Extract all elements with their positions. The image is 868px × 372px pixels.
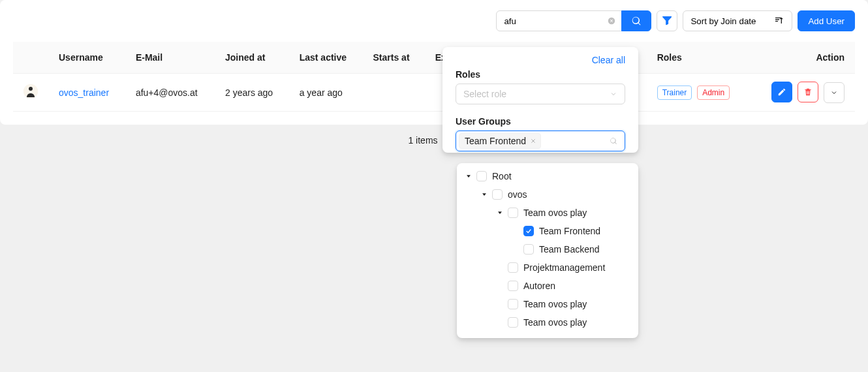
tree-label: ovos <box>508 189 527 200</box>
roles-placeholder: Select role <box>463 89 506 99</box>
switcher-icon[interactable] <box>492 209 508 216</box>
checkbox[interactable] <box>508 299 518 309</box>
filter-icon <box>662 16 672 25</box>
tree-label: Team Frontend <box>539 226 600 236</box>
edit-button[interactable] <box>771 82 792 102</box>
switcher-icon[interactable] <box>476 191 492 198</box>
search-input[interactable] <box>496 10 623 31</box>
tree-label: Team ovos play <box>523 208 587 218</box>
checkbox[interactable] <box>508 262 518 273</box>
avatar <box>23 84 38 99</box>
checkbox[interactable] <box>508 208 518 218</box>
tree-label: Autoren <box>523 281 555 291</box>
selected-group-label: Team Frontend <box>465 136 526 146</box>
roles-label: Roles <box>456 69 625 80</box>
items-count: 1 items <box>408 135 437 146</box>
tree-node-team-ovos-play-2[interactable]: Team ovos play <box>461 295 634 313</box>
checkbox[interactable] <box>476 171 487 181</box>
add-user-button[interactable]: Add User <box>798 10 855 31</box>
col-action: Action <box>751 42 855 74</box>
search-icon <box>631 16 642 26</box>
tree-node-team-frontend[interactable]: Team Frontend <box>461 222 634 240</box>
role-tag-admin: Admin <box>697 85 730 100</box>
remove-tag-icon[interactable] <box>529 136 538 146</box>
clear-input-icon[interactable] <box>607 16 616 25</box>
svg-marker-6 <box>498 211 502 214</box>
cell-starts <box>363 74 425 112</box>
search-icon <box>610 137 617 145</box>
checkbox[interactable] <box>523 244 534 255</box>
users-table: Username E-Mail Joined at Last active St… <box>13 42 855 112</box>
tree-node-team-backend[interactable]: Team Backend <box>461 240 634 258</box>
col-joined: Joined at <box>215 42 289 74</box>
sort-icon <box>774 16 784 26</box>
username-link[interactable]: ovos_trainer <box>59 87 109 98</box>
toolbar: Sort by Join date Add User <box>13 10 855 31</box>
tree-label: Projektmanagement <box>523 262 605 273</box>
add-user-label: Add User <box>808 16 845 26</box>
chevron-down-icon <box>610 90 617 98</box>
user-groups-select[interactable]: Team Frontend <box>456 131 625 151</box>
filter-popover: Clear all Roles Select role User Groups … <box>442 47 638 153</box>
clear-all-link[interactable]: Clear all <box>592 55 625 65</box>
tree-node-root[interactable]: Root <box>461 167 634 185</box>
col-email: E-Mail <box>125 42 215 74</box>
search-group <box>496 10 651 31</box>
more-button[interactable] <box>824 82 845 103</box>
search-button[interactable] <box>621 10 651 31</box>
tree-label: Team ovos play <box>523 317 587 328</box>
tree-node-team-ovos-play-3[interactable]: Team ovos play <box>461 313 634 332</box>
svg-marker-5 <box>482 193 486 196</box>
tree-dropdown: Root ovos Team ovos play Team Frontend T… <box>457 163 638 338</box>
user-groups-label: User Groups <box>456 116 625 127</box>
col-starts: Starts at <box>363 42 425 74</box>
pagination: 1 items <box>0 125 868 156</box>
checkbox[interactable] <box>492 189 503 200</box>
selected-group-tag: Team Frontend <box>459 133 541 149</box>
cell-joined: 2 years ago <box>215 74 289 112</box>
svg-marker-4 <box>467 175 471 178</box>
col-last-active: Last active <box>289 42 363 74</box>
col-username: Username <box>48 42 125 74</box>
table-row: ovos_trainer afu+4@ovos.at 2 years ago a… <box>13 74 855 112</box>
cell-last-active: a year ago <box>289 74 363 112</box>
edit-icon <box>777 87 786 97</box>
trash-icon <box>803 87 813 97</box>
tree-node-team-ovos-play[interactable]: Team ovos play <box>461 204 634 222</box>
filter-button[interactable] <box>657 10 677 31</box>
cell-roles: Trainer Admin <box>647 74 751 112</box>
table-header-row: Username E-Mail Joined at Last active St… <box>13 42 855 74</box>
svg-point-1 <box>29 87 33 91</box>
sort-label: Sort by Join date <box>690 16 756 26</box>
tree-node-ovos[interactable]: ovos <box>461 185 634 204</box>
sort-button[interactable]: Sort by Join date <box>683 10 792 31</box>
tree-node-projektmanagement[interactable]: Projektmanagement <box>461 258 634 277</box>
col-roles: Roles <box>647 42 751 74</box>
tree-node-autoren[interactable]: Autoren <box>461 277 634 295</box>
tree-label: Team Backend <box>539 244 600 255</box>
cell-email: afu+4@ovos.at <box>125 74 215 112</box>
checkbox[interactable] <box>508 281 518 291</box>
tree-label: Root <box>492 171 512 181</box>
tree-label: Team ovos play <box>523 299 587 309</box>
roles-select[interactable]: Select role <box>456 84 625 104</box>
chevron-down-icon <box>830 89 838 97</box>
switcher-icon[interactable] <box>461 173 476 179</box>
checkbox[interactable] <box>508 317 518 328</box>
delete-button[interactable] <box>798 82 818 102</box>
role-tag-trainer: Trainer <box>657 85 692 100</box>
checkbox-checked[interactable] <box>523 226 534 236</box>
